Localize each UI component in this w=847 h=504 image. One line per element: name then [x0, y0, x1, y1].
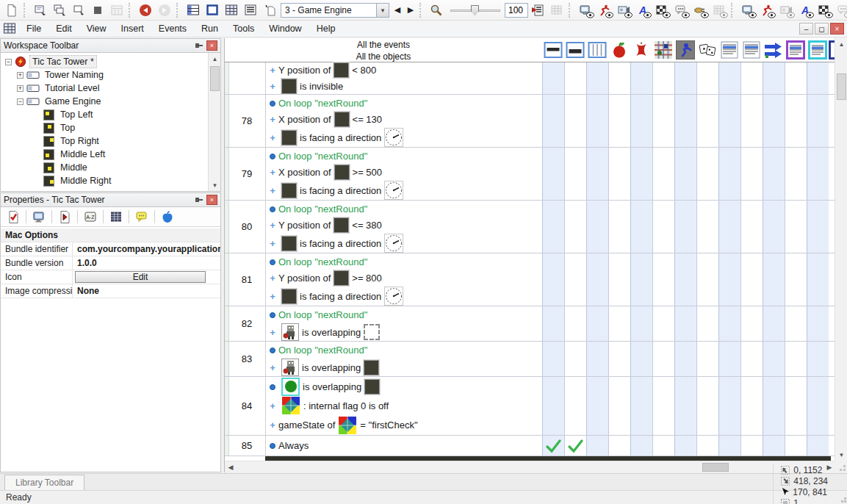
- frame-selector-dropdown[interactable]: 3 - Game Engine▾: [281, 3, 389, 18]
- scroll-left-icon[interactable]: ◀: [225, 461, 237, 472]
- window-bar2-icon[interactable]: [566, 40, 585, 60]
- character-sprite-icon[interactable]: [281, 323, 299, 341]
- show-extension-objects-icon[interactable]: [691, 1, 710, 19]
- condition-line[interactable]: On loop "nextRound": [267, 253, 835, 270]
- all-events-header[interactable]: All the events All the objects: [225, 38, 542, 62]
- condition-line[interactable]: +X position of <= 130: [267, 112, 835, 129]
- condition-line[interactable]: + is overlapping: [267, 323, 835, 341]
- event-list-editor-icon[interactable]: [241, 1, 260, 19]
- about-tab-icon[interactable]: A-Z: [81, 209, 100, 225]
- column-system-objects-icon[interactable]: [738, 1, 757, 19]
- library-toolbar-tab[interactable]: Library Toolbar: [4, 475, 84, 490]
- restore-button[interactable]: ◻: [815, 23, 829, 35]
- property-value[interactable]: com.yourcompany.yourapplication: [73, 244, 220, 254]
- tower-square-object-icon[interactable]: [334, 62, 349, 78]
- back-icon[interactable]: [136, 1, 155, 19]
- tower-square-object-icon[interactable]: [281, 79, 297, 94]
- insert-event-line-icon[interactable]: [528, 1, 547, 19]
- tree-item-tic-tac-tower[interactable]: −Tic Tac Tower *: [2, 55, 220, 68]
- tree-item-top[interactable]: Top: [2, 121, 220, 134]
- tower-square-object-icon[interactable]: [364, 360, 379, 375]
- event-editor-icon[interactable]: [222, 1, 241, 19]
- tower-square-object-icon[interactable]: [334, 270, 349, 286]
- show-active-objects-icon[interactable]: [595, 1, 614, 19]
- condition-line[interactable]: On loop "nextRound": [267, 201, 835, 217]
- tower-square-object-icon[interactable]: [281, 183, 297, 198]
- mac-tab-icon[interactable]: [158, 209, 177, 225]
- frame-editor-icon[interactable]: [203, 1, 222, 19]
- tower-square-object-icon[interactable]: [281, 130, 297, 145]
- menu-file[interactable]: File: [19, 21, 48, 36]
- clone-frame-icon[interactable]: [50, 1, 69, 19]
- event-number[interactable]: 78: [229, 95, 264, 147]
- zoom-slider-thumb[interactable]: [471, 5, 479, 16]
- green-marker-object-icon[interactable]: [281, 378, 300, 396]
- tower-square-object-icon[interactable]: [364, 379, 380, 395]
- event-vertical-scrollbar[interactable]: ▲ ▼: [835, 38, 847, 461]
- values-tab-icon[interactable]: [107, 209, 126, 225]
- scroll-down-icon[interactable]: ▼: [835, 449, 847, 461]
- condition-line[interactable]: + is facing a direction: [267, 287, 835, 306]
- apple-icon[interactable]: [610, 40, 629, 60]
- close-button[interactable]: ×: [830, 23, 844, 35]
- condition-line[interactable]: + is facing a direction: [267, 181, 835, 200]
- event-number[interactable]: 85: [229, 436, 264, 456]
- condition-line[interactable]: + : internal flag 0 is off: [267, 396, 835, 415]
- direction-clock-icon[interactable]: [384, 128, 403, 147]
- action-check-icon[interactable]: [566, 437, 584, 455]
- next-frame-icon[interactable]: ▶: [404, 2, 417, 18]
- game-controller-object-icon[interactable]: [338, 416, 357, 435]
- tree-item-middle[interactable]: Middle: [2, 161, 220, 174]
- list-cyan-icon[interactable]: [808, 40, 827, 60]
- condition-line[interactable]: + is facing a direction: [267, 128, 835, 147]
- event-row-83[interactable]: 83On loop "nextRound"+ is overlapping: [225, 342, 835, 377]
- close-icon[interactable]: ×: [206, 40, 217, 51]
- minimize-button[interactable]: –: [799, 23, 813, 35]
- scroll-thumb[interactable]: [837, 73, 846, 100]
- window-columns-icon[interactable]: [588, 40, 607, 60]
- tower-square-object-icon[interactable]: [334, 217, 349, 233]
- close-icon[interactable]: ×: [206, 195, 217, 205]
- condition-line[interactable]: +Y position of >= 800: [267, 270, 835, 287]
- column-interface-objects-icon[interactable]: [834, 1, 847, 19]
- forward-icon[interactable]: [155, 1, 174, 19]
- tree-item-top-right[interactable]: Top Right: [2, 134, 220, 148]
- collapse-icon[interactable]: −: [5, 59, 12, 65]
- condition-line[interactable]: On loop "nextRound": [267, 342, 835, 359]
- tree-item-middle-right[interactable]: Middle Right: [2, 174, 220, 187]
- menu-events[interactable]: Events: [151, 21, 194, 36]
- menu-view[interactable]: View: [79, 21, 114, 36]
- schedule-icon[interactable]: [107, 1, 126, 19]
- list2-icon[interactable]: [742, 40, 761, 60]
- list-purple-icon[interactable]: [786, 40, 805, 60]
- condition-line[interactable]: + is overlapping: [267, 359, 835, 376]
- column-animation-objects-icon[interactable]: [776, 1, 796, 19]
- column-active-objects-icon[interactable]: [757, 1, 776, 19]
- action-check-icon[interactable]: [544, 437, 562, 455]
- condition-line[interactable]: On loop "nextRound": [267, 306, 835, 323]
- workspace-scrollbar[interactable]: ▲ ▼: [208, 53, 220, 191]
- scroll-thumb[interactable]: [702, 463, 729, 472]
- event-number[interactable]: 80: [229, 201, 264, 253]
- messages-tab-icon[interactable]: [132, 209, 151, 225]
- tree-item-game-engine[interactable]: −Game Engine: [2, 95, 220, 108]
- tower-square-object-icon[interactable]: [334, 165, 350, 180]
- event-number[interactable]: 81: [229, 253, 264, 306]
- condition-line[interactable]: +X position of >= 500: [267, 165, 835, 181]
- tree-item-middle-left[interactable]: Middle Left: [2, 148, 220, 161]
- event-row-82[interactable]: 82On loop "nextRound"+ is overlapping: [225, 306, 835, 342]
- plaid-sprite-icon[interactable]: [654, 40, 673, 60]
- event-row-81[interactable]: 81On loop "nextRound"+Y position of >= 8…: [225, 253, 835, 306]
- scroll-thumb[interactable]: [210, 66, 220, 91]
- tower-square-object-icon[interactable]: [281, 289, 297, 304]
- menu-help[interactable]: Help: [309, 21, 343, 36]
- new-document-icon[interactable]: [2, 1, 21, 19]
- menu-edit[interactable]: Edit: [48, 21, 79, 36]
- menu-insert[interactable]: Insert: [114, 21, 151, 36]
- zoom-value-input[interactable]: [505, 3, 528, 18]
- character-sprite-icon[interactable]: [281, 359, 299, 376]
- condition-line[interactable]: +gameState of = "firstCheck": [267, 416, 835, 435]
- list-icon[interactable]: [720, 40, 739, 60]
- chevron-down-icon[interactable]: ▾: [376, 4, 389, 17]
- child-window-icon[interactable]: [0, 22, 19, 35]
